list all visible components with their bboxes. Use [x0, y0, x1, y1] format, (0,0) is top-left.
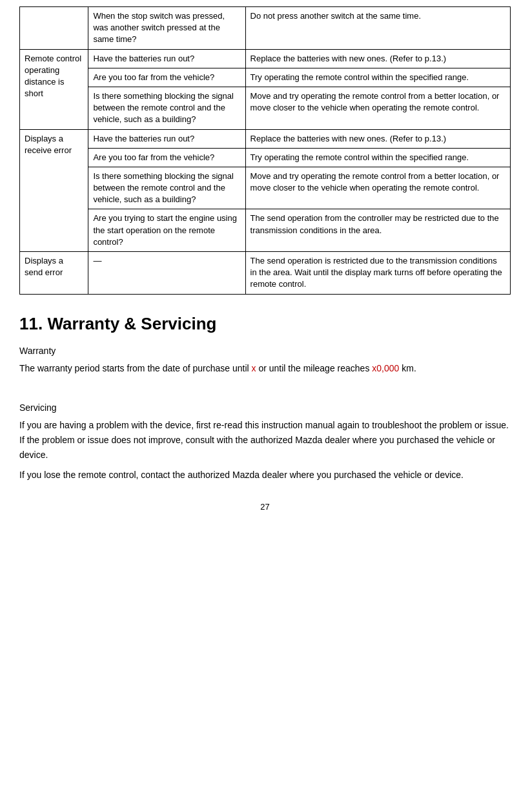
- cause-cell: Is there something blocking the signal b…: [88, 87, 245, 129]
- group-label-cell: Remote control operating distance is sho…: [20, 49, 88, 129]
- table-row: Is there something blocking the signal b…: [20, 167, 511, 209]
- cause-cell: Have the batteries run out?: [88, 49, 245, 68]
- group-label-cell: Displays a receive error: [20, 129, 88, 252]
- servicing-paragraph1: If you are having a problem with the dev…: [19, 418, 511, 463]
- table-row: Displays a receive error Have the batter…: [20, 129, 511, 148]
- table-row: Are you too far from the vehicle? Try op…: [20, 68, 511, 87]
- warranty-text-after: km.: [399, 363, 416, 373]
- servicing-heading: Servicing: [19, 402, 511, 413]
- table-row: Is there something blocking the signal b…: [20, 87, 511, 129]
- section-heading: 11. Warranty & Servicing: [19, 314, 511, 334]
- remedy-cell: The send operation is restricted due to …: [245, 252, 510, 295]
- cause-cell: When the stop switch was pressed, was an…: [88, 7, 245, 50]
- warranty-text-middle: or until the mileage reaches: [256, 363, 372, 373]
- cause-cell: Are you too far from the vehicle?: [88, 68, 245, 87]
- warranty-text: The warranty period starts from the date…: [19, 361, 511, 376]
- table-row: Remote control operating distance is sho…: [20, 49, 511, 68]
- page-number: 27: [19, 502, 511, 512]
- cause-cell: —: [88, 252, 245, 295]
- group-label-cell: [20, 7, 88, 50]
- cause-cell: Is there something blocking the signal b…: [88, 167, 245, 209]
- cause-cell: Are you too far from the vehicle?: [88, 148, 245, 167]
- remedy-cell: Replace the batteries with new ones. (Re…: [245, 49, 510, 68]
- table-row: Displays a send error — The send operati…: [20, 252, 511, 295]
- table-row: When the stop switch was pressed, was an…: [20, 7, 511, 50]
- servicing-paragraph2: If you lose the remote control, contact …: [19, 468, 511, 483]
- table-row: Are you trying to start the engine using…: [20, 209, 511, 252]
- table-row: Are you too far from the vehicle? Try op…: [20, 148, 511, 167]
- remedy-cell: Try operating the remote control within …: [245, 148, 510, 167]
- remedy-cell: Try operating the remote control within …: [245, 68, 510, 87]
- cause-cell: Have the batteries run out?: [88, 129, 245, 148]
- remedy-cell: The send operation from the controller m…: [245, 209, 510, 252]
- remedy-cell: Move and try operating the remote contro…: [245, 167, 510, 209]
- remedy-cell: Replace the batteries with new ones. (Re…: [245, 129, 510, 148]
- group-label-cell: Displays a send error: [20, 252, 88, 295]
- warranty-x1: x: [252, 363, 256, 373]
- remedy-cell: Do not press another switch at the same …: [245, 7, 510, 50]
- warranty-text-before: The warranty period starts from the date…: [19, 363, 252, 373]
- troubleshooting-table: When the stop switch was pressed, was an…: [19, 6, 511, 295]
- section-title: Warranty & Servicing: [47, 314, 216, 333]
- remedy-cell: Move and try operating the remote contro…: [245, 87, 510, 129]
- warranty-x2: x0,000: [372, 363, 399, 373]
- warranty-heading: Warranty: [19, 346, 511, 356]
- cause-cell: Are you trying to start the engine using…: [88, 209, 245, 252]
- section-number: 11.: [19, 314, 43, 333]
